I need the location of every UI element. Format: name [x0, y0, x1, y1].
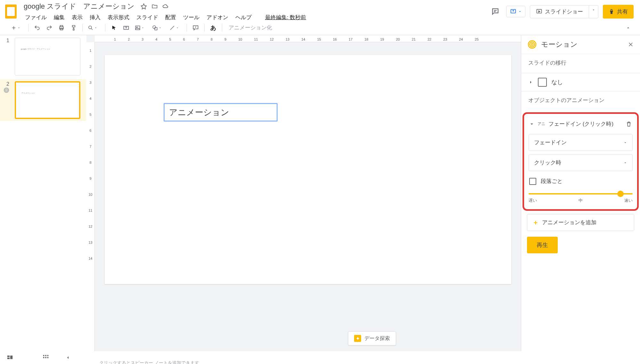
slide-canvas[interactable]: アニメーション	[105, 55, 511, 284]
plus-icon: ＋	[532, 218, 539, 227]
cloud-saved-icon[interactable]	[162, 3, 169, 10]
ruler-tick: 9	[89, 177, 91, 180]
new-slide-button[interactable]	[9, 22, 25, 33]
ruler-tick: 20	[396, 37, 400, 41]
ruler-tick: 8	[211, 37, 213, 41]
ruler-tick: 2	[89, 65, 91, 68]
ruler-tick: 5	[89, 113, 91, 116]
ruler-tick: 3	[142, 37, 143, 41]
zoom-button[interactable]	[86, 22, 102, 33]
effect-dropdown[interactable]: フェードイン	[529, 134, 633, 151]
doc-title[interactable]: google スライド アニメーション	[22, 1, 136, 12]
undo-button[interactable]	[32, 22, 43, 33]
ruler-tick: 3	[89, 81, 91, 84]
animation-indicator-icon	[4, 88, 9, 93]
last-edit-link[interactable]: 最終編集: 数秒前	[262, 12, 309, 22]
svg-rect-3	[60, 25, 63, 27]
menu-help[interactable]: ヘルプ	[232, 12, 255, 22]
chevron-down-icon	[529, 122, 534, 127]
thumb-number: 2	[6, 81, 12, 119]
doc-info: google スライド アニメーション ファイル 編集 表示 挿入 表示形式 ス…	[22, 1, 489, 22]
animation-item-header[interactable]: アニ フェードイン (クリック時)	[529, 117, 633, 131]
menu-edit[interactable]: 編集	[51, 12, 68, 22]
paint-format-button[interactable]	[68, 22, 79, 33]
explore-button[interactable]: ✦ データ探索	[348, 331, 396, 345]
ruler-tick: 9	[224, 37, 226, 41]
slider-thumb[interactable]	[617, 191, 624, 197]
menu-slide[interactable]: スライド	[133, 12, 161, 22]
horizontal-ruler[interactable]: 1234567891011121314151617181920212223242…	[95, 35, 521, 42]
shape-tool[interactable]	[150, 22, 166, 33]
ruler-tick: 16	[333, 37, 337, 41]
slide-thumb-1[interactable]: 1 google スライド・アニメーション	[6, 38, 82, 75]
ruler-tick: 4	[89, 97, 91, 100]
close-panel-button[interactable]	[628, 42, 634, 47]
line-tool[interactable]	[167, 22, 183, 33]
menubar: ファイル 編集 表示 挿入 表示形式 スライド 配置 ツール アドオン ヘルプ …	[22, 12, 489, 22]
speed-slow-label: 遅い	[529, 198, 537, 203]
slideshow-label: スライドショー	[545, 8, 583, 15]
ruler-tick: 5	[169, 37, 171, 41]
trigger-dropdown[interactable]: クリック時	[529, 154, 633, 171]
animation-item-title: フェードイン (クリック時)	[548, 120, 622, 128]
by-paragraph-checkbox-row[interactable]: 段落ごと	[529, 176, 633, 186]
menu-addons[interactable]: アドオン	[203, 12, 231, 22]
animation-settings-highlight: アニ フェードイン (クリック時) フェードイン クリック時 段落ごと	[523, 112, 639, 211]
slideshow-button[interactable]: スライドショー	[530, 5, 589, 18]
speed-slider[interactable]: 遅い 中 速い	[529, 193, 633, 203]
slide-thumb-2[interactable]: 2 アニメーション	[0, 79, 86, 121]
menu-file[interactable]: ファイル	[22, 12, 50, 22]
ruler-tick: 12	[270, 37, 274, 41]
collapse-panel-icon[interactable]	[65, 355, 70, 360]
animate-button[interactable]: アニメーション化	[229, 24, 272, 31]
add-animation-button[interactable]: ＋ アニメーションを追加	[527, 214, 634, 231]
slideshow-dropdown[interactable]	[589, 5, 598, 18]
filmstrip-view-icon[interactable]	[6, 354, 13, 361]
slides-logo-icon	[5, 4, 17, 19]
menu-format[interactable]: 表示形式	[104, 12, 133, 22]
checkbox-unchecked-icon[interactable]	[529, 178, 536, 185]
thumb-preview-text: アニメーション	[16, 82, 79, 98]
transition-row[interactable]: なし	[521, 73, 640, 91]
star-icon[interactable]	[140, 3, 147, 10]
speaker-notes-hint[interactable]: クリックするとスピーカー ノートを追加できます	[99, 360, 199, 364]
move-folder-icon[interactable]	[151, 3, 158, 10]
menu-view[interactable]: 表示	[69, 12, 86, 22]
svg-point-13	[5, 89, 8, 92]
ruler-tick: 11	[254, 37, 258, 41]
play-button[interactable]: 再生	[527, 237, 558, 253]
ruler-tick: 2	[128, 37, 130, 41]
present-to-meeting[interactable]	[506, 6, 525, 17]
ruler-tick: 19	[380, 37, 384, 41]
comment-tool[interactable]	[190, 22, 201, 33]
share-button[interactable]: 共有	[603, 5, 634, 19]
print-button[interactable]	[56, 22, 67, 33]
ruler-tick: 4	[155, 37, 157, 41]
ruler-tick: 10	[88, 193, 92, 196]
speed-mid-label: 中	[579, 198, 583, 203]
motion-icon	[528, 40, 537, 49]
chevron-right-icon	[528, 80, 533, 85]
hide-menus-button[interactable]	[623, 22, 634, 33]
svg-point-16	[530, 42, 534, 47]
ruler-tick: 1	[89, 49, 91, 52]
grid-view-icon[interactable]	[42, 354, 49, 361]
vertical-ruler[interactable]: 1234567891011121314	[86, 42, 95, 351]
delete-animation-button[interactable]	[626, 121, 632, 127]
redo-button[interactable]	[44, 22, 55, 33]
by-paragraph-label: 段落ごと	[541, 178, 563, 185]
menu-insert[interactable]: 挿入	[86, 12, 104, 22]
svg-rect-23	[47, 355, 49, 356]
ruler-tick: 6	[183, 37, 185, 41]
menu-arrange[interactable]: 配置	[162, 12, 179, 22]
effect-value: フェードイン	[534, 139, 567, 146]
menu-tools[interactable]: ツール	[180, 12, 203, 22]
app-logo[interactable]	[3, 4, 19, 19]
image-tool[interactable]	[133, 22, 149, 33]
selected-textbox[interactable]: アニメーション	[164, 103, 278, 122]
select-tool[interactable]	[109, 22, 119, 33]
comments-icon[interactable]	[489, 5, 502, 18]
svg-rect-21	[43, 355, 45, 356]
textbox-tool[interactable]	[121, 22, 132, 33]
input-tool[interactable]: あ	[208, 22, 219, 33]
